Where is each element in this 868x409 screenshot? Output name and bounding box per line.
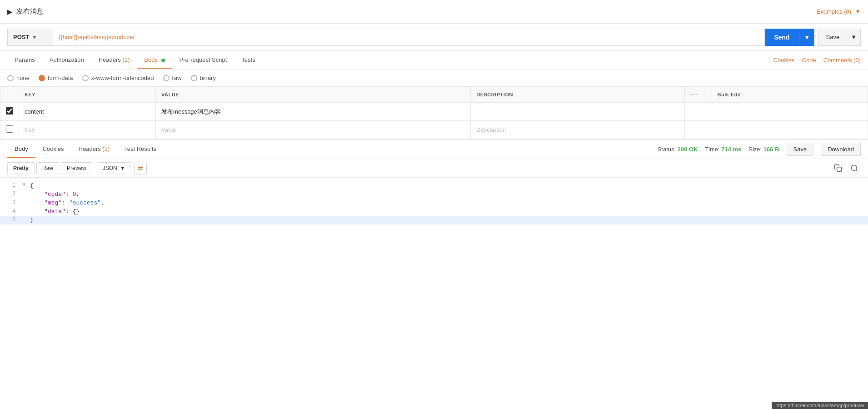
format-bar-left: Pretty Raw Preview JSON ▼ ⇄ [7,162,147,175]
title-arrow-icon: ▶ [7,8,13,16]
th-description: DESCRIPTION [471,87,684,103]
tab-tests-label: Tests [241,56,255,63]
table-row: content 发布message消息内容 [0,103,868,121]
code-link[interactable]: Code [802,57,816,64]
resp-save-button[interactable]: Save [787,143,814,156]
line-content-2: "code": 0, [30,191,868,198]
body-type-row: none form-data x-www-form-urlencoded raw… [0,70,868,86]
line-num-4: 4 [0,208,23,214]
wrap-button[interactable]: ⇄ [134,162,147,175]
resp-tab-cookies[interactable]: Cookies [35,141,71,158]
urlencoded-radio [82,75,89,81]
code-line-5: 5 } [0,216,868,224]
row-extra [712,103,868,121]
cookies-link[interactable]: Cookies [773,57,795,64]
placeholder-key[interactable]: Key [19,121,156,139]
top-bar: ▶ 发布消息 Examples (0) ▼ [0,0,868,24]
tab-authorization[interactable]: Authorization [42,52,91,69]
request-tabs: Params Authorization Headers (1) Body Pr… [7,52,263,69]
response-status: Status: 200 OK Time: 714 ms Size: 166 B … [658,143,861,156]
line-num-2: 2 [0,191,23,197]
resp-download-button[interactable]: Download [821,143,861,156]
bulk-edit-button[interactable]: Bulk Edit [712,87,868,103]
url-bar: POST ▼ Send ▼ Save ▼ [0,24,868,51]
body-dot [161,59,165,62]
th-key: KEY [19,87,156,103]
code-line-4: 4 "data": {} [0,207,868,216]
table-row-placeholder: Key Value Description [0,121,868,139]
method-chevron-icon: ▼ [32,35,37,40]
body-type-none[interactable]: none [7,75,30,81]
resp-tab-test-results[interactable]: Test Results [117,141,164,158]
code-line-2: 2 "code": 0, [0,190,868,199]
urlencoded-label: x-www-form-urlencoded [91,75,154,81]
copy-button[interactable] [832,162,844,175]
raw-label: raw [172,75,182,81]
status-value: 200 OK [678,146,698,153]
th-actions: ··· [684,87,712,103]
svg-line-2 [856,170,857,171]
tab-params-label: Params [15,56,35,63]
placeholder-value[interactable]: Value [156,121,471,139]
json-label: JSON [103,165,117,171]
preview-button[interactable]: Preview [61,162,92,174]
resp-tab-body[interactable]: Body [7,141,35,158]
row-checkbox[interactable] [6,107,13,115]
body-type-raw[interactable]: raw [163,75,182,81]
more-options-icon[interactable]: ··· [690,90,699,98]
resp-tab-headers-label: Headers (3) [79,145,110,152]
line-num-5: 5 [0,217,23,223]
url-input[interactable] [53,29,765,46]
tab-authorization-label: Authorization [50,56,84,63]
form-data-radio [39,75,45,81]
status-label: Status: 200 OK [658,146,698,153]
tab-tests[interactable]: Tests [234,52,262,69]
method-select[interactable]: POST ▼ [7,29,53,46]
line-num-1: 1 [0,182,23,189]
pretty-button[interactable]: Pretty [7,162,35,174]
body-type-binary[interactable]: binary [191,75,216,81]
page-title: ▶ 发布消息 [7,7,44,16]
time-label: Time: 714 ms [705,146,742,153]
row-value[interactable]: 发布message消息内容 [156,103,471,121]
tab-pre-request[interactable]: Pre-request Script [172,52,234,69]
placeholder-checkbox[interactable] [6,125,13,133]
body-type-urlencoded[interactable]: x-www-form-urlencoded [82,75,154,81]
row-key[interactable]: content [19,103,156,121]
response-tabs-row: Body Cookies Headers (3) Test Results St… [0,140,868,159]
th-checkbox [0,87,19,103]
save-label: Save [818,29,847,45]
line-content-5: } [30,217,868,224]
row-description[interactable] [471,103,684,121]
tab-headers[interactable]: Headers (1) [91,52,137,69]
json-chevron-icon: ▼ [120,165,125,171]
save-button[interactable]: Save ▼ [818,29,861,46]
form-data-label: form-data [48,75,73,81]
placeholder-extra [712,121,868,139]
resp-tab-headers[interactable]: Headers (3) [71,141,117,158]
send-button[interactable]: Send ▼ [765,29,814,46]
placeholder-checkbox-cell [0,121,19,139]
line-content-1: { [30,182,868,189]
send-dropdown-icon[interactable]: ▼ [799,29,815,46]
code-line-1: 1 ▼ { [0,181,868,190]
tab-params[interactable]: Params [7,52,42,69]
response-tabs: Body Cookies Headers (3) Test Results [7,141,164,158]
json-select[interactable]: JSON ▼ [98,162,130,174]
wrap-icon: ⇄ [138,165,143,172]
comments-link[interactable]: Comments (0) [823,57,861,64]
search-button[interactable] [848,162,861,175]
placeholder-description[interactable]: Description [471,121,684,139]
row-actions [684,103,712,121]
raw-button[interactable]: Raw [36,162,59,174]
line-arrow-1[interactable]: ▼ [23,182,30,187]
body-type-form-data[interactable]: form-data [39,75,73,81]
resp-tab-body-label: Body [15,145,28,152]
examples-label: Examples (0) [817,8,852,15]
examples-chevron-icon: ▼ [855,8,861,15]
headers-badge: (1) [122,56,130,63]
save-dropdown-icon[interactable]: ▼ [847,29,860,45]
tab-body[interactable]: Body [137,52,172,69]
examples-button[interactable]: Examples (0) ▼ [817,8,861,15]
tab-headers-label: Headers (1) [99,56,130,63]
